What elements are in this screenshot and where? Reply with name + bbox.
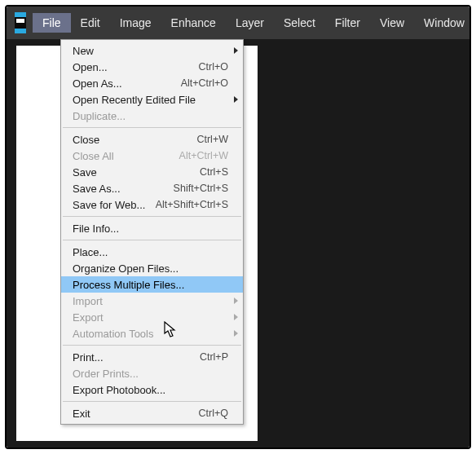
- menu-item-export: Export: [61, 309, 243, 325]
- menu-filter[interactable]: Filter: [325, 13, 370, 33]
- menu-item-label: Print...: [73, 351, 200, 364]
- menu-file[interactable]: File: [33, 13, 71, 33]
- menu-item-shortcut: Alt+Ctrl+O: [181, 77, 228, 89]
- menu-item-process-multiple-files[interactable]: Process Multiple Files...: [61, 276, 243, 293]
- menu-item-label: Open Recently Edited File: [73, 94, 228, 106]
- menu-item-label: Import: [73, 295, 228, 307]
- menu-select[interactable]: Select: [274, 13, 325, 33]
- menu-separator: [63, 240, 241, 240]
- app-logo-inner: [15, 17, 26, 29]
- menu-item-new[interactable]: New: [61, 42, 243, 59]
- menu-item-label: Open As...: [73, 77, 181, 90]
- menu-item-label: Process Multiple Files...: [73, 279, 228, 291]
- menu-item-file-info[interactable]: File Info...: [61, 220, 243, 236]
- menu-item-shortcut: Ctrl+Q: [199, 408, 228, 419]
- menu-view[interactable]: View: [370, 13, 414, 33]
- menu-edit[interactable]: Edit: [71, 13, 110, 33]
- menu-item-label: File Info...: [73, 223, 228, 235]
- menu-item-close-all: Close All Alt+Ctrl+W: [61, 148, 243, 164]
- menu-item-shortcut: Ctrl+S: [200, 166, 228, 178]
- app-window: File Edit Image Enhance Layer Select Fil…: [5, 5, 471, 449]
- menu-item-label: Export: [73, 311, 228, 324]
- menu-item-label: Save for Web...: [73, 199, 156, 211]
- menu-item-shortcut: Shift+Ctrl+S: [174, 183, 228, 194]
- menu-separator: [63, 127, 241, 128]
- menu-item-label: Duplicate...: [73, 110, 228, 122]
- menu-item-shortcut: Alt+Ctrl+W: [179, 150, 228, 161]
- menu-item-label: Save As...: [73, 183, 174, 195]
- menu-layer[interactable]: Layer: [226, 13, 274, 33]
- menu-item-place[interactable]: Place...: [61, 244, 243, 260]
- file-dropdown-menu: New Open... Ctrl+O Open As... Alt+Ctrl+O…: [60, 39, 244, 425]
- menu-item-duplicate: Duplicate...: [61, 108, 243, 124]
- menu-item-label: Save: [73, 166, 200, 179]
- menu-item-label: Order Prints...: [73, 368, 228, 380]
- menu-item-order-prints: Order Prints...: [61, 365, 243, 381]
- menu-item-label: Export Photobook...: [73, 384, 228, 396]
- menu-item-organize-open-files[interactable]: Organize Open Files...: [61, 260, 243, 276]
- menu-enhance[interactable]: Enhance: [161, 13, 226, 33]
- menu-item-label: Exit: [73, 408, 199, 420]
- submenu-arrow-icon: [234, 47, 238, 54]
- menu-item-label: Open...: [73, 61, 199, 73]
- menu-item-open-as[interactable]: Open As... Alt+Ctrl+O: [61, 75, 243, 91]
- menu-item-open[interactable]: Open... Ctrl+O: [61, 59, 243, 75]
- menu-item-label: Organize Open Files...: [73, 262, 228, 275]
- menu-separator: [63, 401, 241, 402]
- submenu-arrow-icon: [234, 314, 238, 320]
- menu-separator: [63, 345, 241, 346]
- menu-item-print[interactable]: Print... Ctrl+P: [61, 349, 243, 365]
- menu-image[interactable]: Image: [110, 13, 161, 33]
- menu-item-label: Close: [73, 134, 196, 146]
- menu-item-label: Place...: [73, 246, 228, 258]
- menu-item-import: Import: [61, 293, 243, 309]
- menu-item-label: Automation Tools: [73, 328, 228, 340]
- menu-item-automation-tools: Automation Tools: [61, 325, 243, 342]
- menu-item-open-recent[interactable]: Open Recently Edited File: [61, 91, 243, 108]
- menu-item-shortcut: Alt+Shift+Ctrl+S: [156, 199, 228, 210]
- menubar: File Edit Image Enhance Layer Select Fil…: [7, 7, 469, 39]
- menu-window[interactable]: Window: [414, 13, 471, 33]
- menu-item-save[interactable]: Save Ctrl+S: [61, 164, 243, 180]
- menu-item-exit[interactable]: Exit Ctrl+Q: [61, 405, 243, 421]
- menu-item-label: New: [73, 45, 228, 57]
- menu-item-save-for-web[interactable]: Save for Web... Alt+Shift+Ctrl+S: [61, 196, 243, 213]
- menu-item-close[interactable]: Close Ctrl+W: [61, 131, 243, 148]
- app-logo-icon: [15, 12, 26, 33]
- menu-item-shortcut: Ctrl+P: [200, 351, 228, 363]
- menu-item-label: Close All: [73, 150, 179, 162]
- menu-item-save-as[interactable]: Save As... Shift+Ctrl+S: [61, 180, 243, 196]
- menu-separator: [63, 216, 241, 217]
- submenu-arrow-icon: [234, 298, 238, 304]
- menu-item-shortcut: Ctrl+O: [199, 61, 228, 73]
- menu-item-export-photobook[interactable]: Export Photobook...: [61, 381, 243, 398]
- menu-item-shortcut: Ctrl+W: [196, 134, 228, 145]
- submenu-arrow-icon: [234, 330, 238, 337]
- submenu-arrow-icon: [234, 96, 238, 103]
